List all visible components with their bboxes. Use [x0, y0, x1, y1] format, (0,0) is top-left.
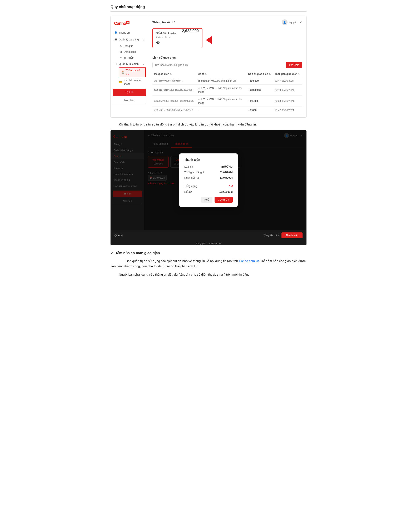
sidebar-quanly-label: Quản lý bài đăng	[119, 38, 139, 42]
payment-modal: Thanh toán Loại tin THƯỜNG Thời gian đăn…	[179, 153, 238, 207]
dark-layout: Canho🏠 Thông tin Quản lý bài đồng ∨ Đăng…	[111, 130, 306, 230]
logo-text: Canho🏠	[114, 21, 129, 26]
cell-desc: NGUYEN VAN DONG Nap diem vao tai khoan	[196, 84, 246, 95]
balance-label: Số dư tài khoản:	[156, 31, 177, 35]
sidebar-item-dangtin[interactable]: ⊕ Đăng tin	[117, 43, 148, 49]
eye-icon[interactable]: 👁‍🗨	[156, 41, 199, 45]
table-row: 1f5721b9-919b-40bf-936b-... Thanh toán 4…	[152, 77, 302, 84]
table-row: f98521573afd41439de8ade3d05393a7 NGUYEN …	[152, 84, 302, 95]
sidebar-1: Canho🏠 👤 Thông tin ☰ Quản lý bài đăng ⊕ …	[111, 16, 148, 117]
col-desc: Mô tả ↑↓	[196, 71, 246, 77]
grid-icon: ⊞	[119, 50, 122, 54]
plus-icon: ⊕	[119, 44, 122, 48]
user-icon: 👤	[114, 31, 117, 34]
col-amount: Số tiền giao dịch ↑↓	[246, 71, 273, 77]
cell-time: 15:42 03/06/2024	[273, 107, 302, 114]
logo-icon: 🏠	[126, 21, 129, 24]
avatar-circle: 👤	[282, 19, 288, 25]
cell-id: 1f5721b9-919b-40bf-936b-...	[152, 77, 196, 84]
cell-amount: + 2,000	[246, 107, 273, 114]
cell-desc: -	[196, 107, 246, 114]
back-btn[interactable]: Quay lai	[115, 234, 123, 237]
balance-sublabel: (đơn vị: điểm)	[156, 35, 177, 39]
search-button[interactable]: Tìm kiếm	[286, 62, 302, 68]
cell-amount: + 3,000,000	[246, 84, 273, 95]
search-bar: Tìm kiếm	[152, 62, 302, 68]
cell-amount: - 400,000	[246, 77, 273, 84]
deposit-button[interactable]: Nạp tiền	[113, 97, 146, 104]
modal-cancel-button[interactable]: Huỷ	[201, 197, 212, 203]
search-input[interactable]	[152, 62, 284, 68]
user-avatar[interactable]: 👤 Nguyên... ✓	[282, 19, 302, 25]
modal-value-ngayhetan: 13/07/2024	[219, 176, 233, 180]
finance-icon: ☐	[114, 62, 117, 66]
cell-time: 22:19 06/06/2024	[273, 84, 302, 95]
footer-note: Copyright © canho.com.vn	[111, 242, 306, 245]
table-row: 9d99657464314bda89d49e124f45dba5 NGUYEN …	[152, 95, 302, 107]
modal-confirm-button[interactable]: Xác nhận	[215, 197, 233, 203]
total-area: Tổng tiền: 0 đ Thanh toán	[263, 232, 302, 238]
paragraph-1: Khi thanh toán phí, sàn sẽ tự động trừ p…	[111, 122, 306, 127]
modal-value-loaitin: THƯỜNG	[221, 165, 233, 169]
balance-amount: 2,622,000	[182, 28, 199, 34]
page-title: Quy chế hoạt động	[111, 4, 306, 12]
modal-backdrop: Thanh toán Loại tin THƯỜNG Thời gian đăn…	[111, 130, 306, 230]
sidebar-item-naptien[interactable]: 💳 Nạp tiền vào tài khoản	[117, 77, 148, 87]
modal-actions: Huỷ Xác nhận	[184, 197, 233, 203]
list-icon: ☰	[114, 38, 117, 41]
create-post-button[interactable]: Tọa tin	[113, 89, 146, 96]
section-v-heading: V. Đảm bảo an toàn giao dịch	[111, 250, 306, 256]
main-content-1: Thông tin số dư 👤 Nguyên... ✓ Số dư tài …	[148, 16, 306, 117]
sidebar-sub-1: ⊕ Đăng tin ⊞ Danh sách ✉ Tin nhắp	[111, 43, 148, 61]
screenshot-1: Canho🏠 👤 Thông tin ☰ Quản lý bài đăng ⊕ …	[111, 16, 306, 118]
section-v-paragraph2: Người bán phải cung cấp thông tin đầy đủ…	[111, 272, 306, 277]
balance-card: Số dư tài khoản: (đơn vị: điểm) 2,622,00…	[152, 28, 202, 48]
cell-amount: + 20,000	[246, 95, 273, 107]
canho-link[interactable]: Canho.com.vn	[239, 259, 259, 263]
modal-title: Thanh toán	[184, 158, 233, 162]
total-label: Tổng tiền:	[263, 234, 274, 237]
col-time: Thời gian giao dịch ↑↓	[273, 71, 302, 77]
sidebar-item-tinnhap[interactable]: ✉ Tin nhắp	[117, 55, 148, 61]
modal-row-tongcong: Tổng cộng 0 đ	[184, 184, 233, 188]
transaction-table: Mã giao dịch ↑↓ Mô tả ↑↓ Số tiền giao dị…	[152, 71, 302, 114]
sidebar-item-taichinh[interactable]: ☐ Quản lý tài chính	[111, 61, 148, 68]
history-title: Lịch sử giao dịch	[152, 56, 302, 60]
dark-bottom-bar: Quay lai Tổng tiền: 0 đ Thanh toán	[111, 230, 306, 240]
cell-time: 22:23 06/06/2024	[273, 95, 302, 107]
modal-row-sodu: Số dư 2,622,000 đ	[184, 190, 233, 194]
section-v-paragraph1: Ban quản trị đã sử dụng các dịch vụ để b…	[111, 258, 306, 269]
sidebar-item-danhsach[interactable]: ⊞ Danh sách	[117, 49, 148, 55]
arrow-indicator	[206, 36, 212, 44]
modal-value-sodu: 2,622,000 đ	[219, 190, 233, 194]
topbar-title: Thông tin số dư	[152, 20, 175, 25]
app-layout-1: Canho🏠 👤 Thông tin ☰ Quản lý bài đăng ⊕ …	[111, 16, 306, 117]
modal-label-tongcong: Tổng cộng	[184, 184, 197, 188]
cell-id: f98521573afd41439de8ade3d05393a7	[152, 84, 196, 95]
modal-value-thoigian: 03/07/2024	[219, 171, 233, 174]
total-value: 0 đ	[276, 234, 279, 237]
cell-desc: Thanh toán 400,000 cho mã tin 38	[196, 77, 246, 84]
modal-row-thoigian: Thời gian đăng tin 03/07/2024	[184, 171, 233, 174]
modal-label-loaitin: Loại tin	[184, 165, 193, 169]
modal-row-loaitin: Loại tin THƯỜNG	[184, 165, 233, 169]
cell-id: 470e49f1cc8540b999d51de16db764f9	[152, 107, 196, 114]
modal-label-ngayhetan: Ngày hết hạn	[184, 176, 200, 180]
col-id: Mã giao dịch ↑↓	[152, 71, 196, 77]
message-icon: ✉	[119, 56, 122, 59]
user-name: Nguyên... ✓	[289, 20, 302, 24]
sidebar-sub-finance: 🏠 Thông tin số dư 💳 Nạp tiền vào tài kho…	[111, 67, 148, 87]
table-row: 470e49f1cc8540b999d51de16db764f9 - + 2,0…	[152, 107, 302, 114]
wallet-icon: 🏠	[121, 71, 125, 74]
sidebar-item-thongtin-sodu[interactable]: 🏠 Thông tin số dư	[119, 67, 146, 77]
sidebar-item-quanly[interactable]: ☰ Quản lý bài đăng	[111, 36, 148, 43]
modal-row-ngayhetan: Ngày hết hạn 13/07/2024	[184, 176, 233, 180]
submit-payment-button[interactable]: Thanh toán	[281, 232, 302, 238]
cell-time: 22:47 06/06/2024	[273, 77, 302, 84]
cell-id: 9d99657464314bda89d49e124f45dba5	[152, 95, 196, 107]
cell-desc: NGUYEN VAN DONG Nap diem vao tai khoan	[196, 95, 246, 107]
screenshot-2: Canho🏠 Thông tin Quản lý bài đồng ∨ Đăng…	[111, 130, 306, 245]
topbar-1: Thông tin số dư 👤 Nguyên... ✓	[152, 19, 302, 25]
sidebar-thongtin-label: Thông tin	[119, 31, 130, 35]
sidebar-item-thongtin[interactable]: 👤 Thông tin	[111, 29, 148, 36]
